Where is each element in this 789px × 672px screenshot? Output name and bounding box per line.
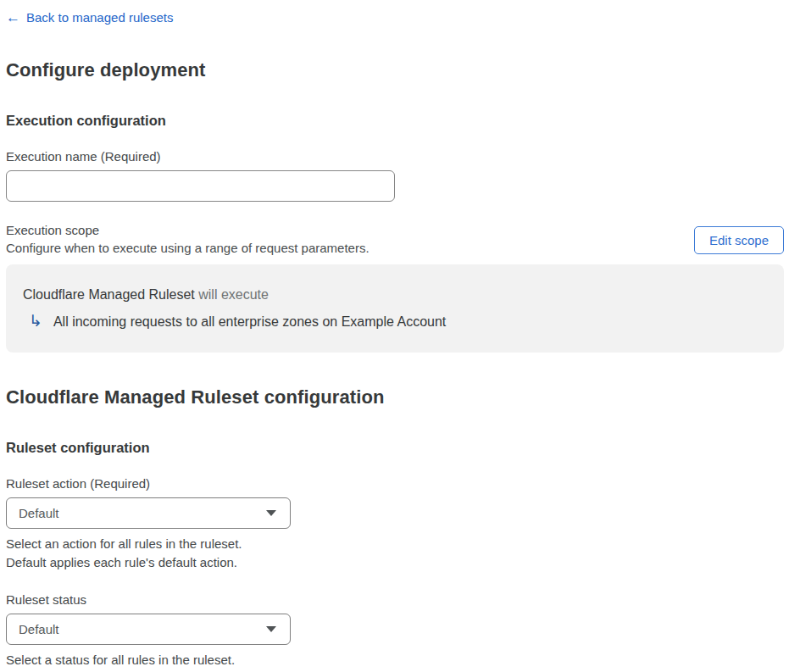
execution-scope-text: Execution scope Configure when to execut… xyxy=(6,223,369,255)
scope-summary-ruleset-name: Cloudflare Managed Ruleset xyxy=(23,287,195,302)
back-to-managed-rulesets-link[interactable]: ← Back to managed rulesets xyxy=(6,10,173,25)
ruleset-status-label: Ruleset status xyxy=(6,592,784,607)
execution-name-label: Execution name (Required) xyxy=(6,149,784,164)
scope-summary-box: Cloudflare Managed Ruleset will execute … xyxy=(6,264,784,353)
ruleset-action-selected-value: Default xyxy=(19,506,59,520)
page-title: Configure deployment xyxy=(6,59,784,81)
ruleset-status-select[interactable]: Default xyxy=(6,614,291,645)
ruleset-status-help: Select a status for all rules in the rul… xyxy=(6,651,784,669)
back-link-label: Back to managed rulesets xyxy=(26,10,173,25)
ruleset-action-help-line1: Select an action for all rules in the ru… xyxy=(6,535,784,553)
chevron-down-icon xyxy=(266,510,276,516)
hook-arrow-icon: ↳ xyxy=(29,313,42,329)
ruleset-configuration-section-heading: Cloudflare Managed Ruleset configuration xyxy=(6,386,784,408)
scope-summary-text: All incoming requests to all enterprise … xyxy=(53,314,446,330)
ruleset-status-selected-value: Default xyxy=(19,622,59,636)
ruleset-action-select[interactable]: Default xyxy=(6,497,291,529)
execution-scope-description: Configure when to execute using a range … xyxy=(6,241,369,255)
chevron-down-icon xyxy=(266,626,276,632)
scope-summary-will-execute: will execute xyxy=(195,287,269,302)
ruleset-action-help: Select an action for all rules in the ru… xyxy=(6,535,784,572)
execution-scope-row: Execution scope Configure when to execut… xyxy=(6,223,784,255)
ruleset-action-help-line2: Default applies each rule's default acti… xyxy=(6,553,784,572)
ruleset-status-help-line1: Select a status for all rules in the rul… xyxy=(6,651,784,669)
scope-summary-line2: ↳ All incoming requests to all enterpris… xyxy=(29,314,767,330)
edit-scope-button[interactable]: Edit scope xyxy=(694,226,784,254)
scope-summary-line1: Cloudflare Managed Ruleset will execute xyxy=(23,287,767,303)
ruleset-action-label: Ruleset action (Required) xyxy=(6,476,784,491)
execution-name-input[interactable] xyxy=(6,170,395,202)
back-arrow-icon: ← xyxy=(6,10,20,25)
execution-scope-label: Execution scope xyxy=(6,223,369,237)
configure-deployment-page: ← Back to managed rulesets Configure dep… xyxy=(0,0,789,669)
execution-configuration-heading: Execution configuration xyxy=(6,113,784,129)
ruleset-configuration-subheading: Ruleset configuration xyxy=(6,440,784,456)
